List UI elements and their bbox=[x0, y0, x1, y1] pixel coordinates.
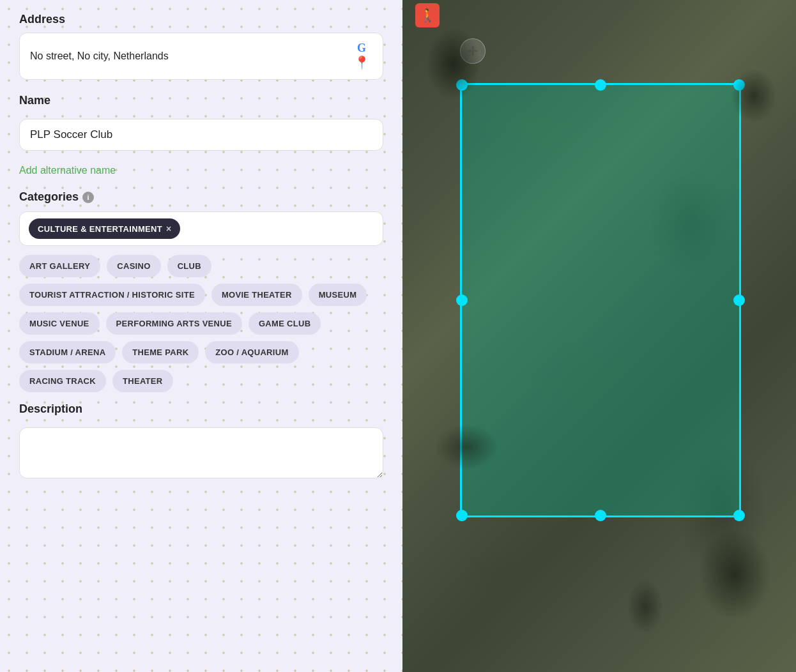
address-value: No street, No city, Netherlands bbox=[30, 50, 169, 62]
move-icon[interactable]: ✛ bbox=[460, 38, 486, 64]
field-outline[interactable] bbox=[460, 83, 741, 517]
name-label: Name bbox=[19, 94, 383, 107]
category-chip[interactable]: STADIUM / ARENA bbox=[19, 341, 116, 363]
left-panel: Address No street, No city, Netherlands … bbox=[0, 0, 402, 672]
handle-bot-mid[interactable] bbox=[595, 510, 606, 521]
category-chip[interactable]: MUSEUM bbox=[309, 284, 367, 306]
name-input[interactable] bbox=[19, 119, 383, 151]
right-panel: 🚶 ✛ bbox=[402, 0, 796, 672]
category-tag-label: CULTURE & ENTERTAINMENT bbox=[38, 224, 162, 234]
categories-header: Categories i bbox=[19, 190, 383, 204]
description-textarea[interactable] bbox=[19, 427, 383, 478]
map-pin-icon[interactable]: 📍 bbox=[354, 55, 370, 70]
google-g-icon[interactable]: G bbox=[351, 42, 372, 54]
category-chip[interactable]: RACING TRACK bbox=[19, 370, 106, 392]
categories-label: Categories bbox=[19, 190, 79, 204]
category-chip[interactable]: PERFORMING ARTS VENUE bbox=[106, 312, 242, 335]
handle-bot-right[interactable] bbox=[733, 510, 745, 521]
category-chip[interactable]: THEATER bbox=[112, 370, 173, 392]
handle-mid-right[interactable] bbox=[733, 294, 745, 306]
category-chip[interactable]: CASINO bbox=[107, 255, 160, 277]
handle-top-mid[interactable] bbox=[595, 79, 606, 91]
field-fill bbox=[462, 85, 739, 515]
handle-bot-left[interactable] bbox=[456, 510, 468, 521]
category-chip[interactable]: MOVIE THEATER bbox=[211, 284, 302, 306]
selected-category-tag[interactable]: CULTURE & ENTERTAINMENT × bbox=[29, 218, 180, 239]
category-tag-close-icon[interactable]: × bbox=[166, 224, 171, 234]
g-letter: G bbox=[357, 42, 366, 55]
handle-top-left[interactable] bbox=[456, 79, 468, 91]
person-icon[interactable]: 🚶 bbox=[415, 3, 440, 27]
handle-top-right[interactable] bbox=[733, 79, 745, 91]
category-chip[interactable]: CLUB bbox=[167, 255, 211, 277]
category-chip[interactable]: GAME CLUB bbox=[249, 312, 321, 335]
address-box: No street, No city, Netherlands G 📍 bbox=[19, 33, 383, 80]
add-alternative-name-link[interactable]: Add alternative name bbox=[19, 165, 116, 176]
categories-info-icon[interactable]: i bbox=[82, 192, 94, 203]
category-chip[interactable]: ART GALLERY bbox=[19, 255, 100, 277]
category-input-box[interactable]: CULTURE & ENTERTAINMENT × bbox=[19, 211, 383, 246]
category-chip[interactable]: THEME PARK bbox=[122, 341, 199, 363]
google-icons-group[interactable]: G 📍 bbox=[351, 42, 372, 70]
handle-mid-left[interactable] bbox=[456, 294, 468, 306]
description-section: Description bbox=[19, 402, 383, 481]
description-label: Description bbox=[19, 402, 383, 416]
name-section: Name bbox=[19, 94, 383, 151]
map-background: 🚶 ✛ bbox=[402, 0, 796, 672]
category-chip[interactable]: ZOO / AQUARIUM bbox=[205, 341, 298, 363]
address-label: Address bbox=[19, 13, 383, 26]
categories-section: Categories i CULTURE & ENTERTAINMENT × A… bbox=[19, 190, 383, 392]
category-chip[interactable]: TOURIST ATTRACTION / HISTORIC SITE bbox=[19, 284, 205, 306]
category-chips-container: ART GALLERYCASINOCLUBTOURIST ATTRACTION … bbox=[19, 255, 383, 392]
category-chip[interactable]: MUSIC VENUE bbox=[19, 312, 100, 335]
